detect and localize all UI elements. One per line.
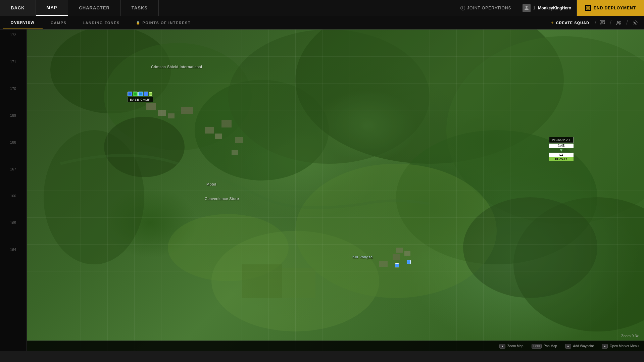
svg-point-8 [619, 21, 621, 22]
divider-2: / [610, 19, 611, 26]
create-squad-button[interactable]: + CREATE SQUAD [546, 20, 595, 25]
pan-map-status: Hold Pan Map [532, 344, 557, 349]
map-container[interactable]: 172 171 170 189 188 167 166 165 164 [0, 30, 644, 351]
deployment-icon [585, 5, 591, 11]
svg-point-0 [526, 6, 528, 8]
tab-landing-zones[interactable]: LANDING ZONES [75, 16, 128, 29]
squad-marker-1 [395, 263, 399, 267]
pan-key: Hold [532, 344, 542, 349]
crimson-shield-label: Crimson Shield International [151, 65, 202, 69]
coord-172: 172 [0, 33, 26, 37]
marker-key: ● [602, 344, 607, 349]
lz-badge: LZ [549, 153, 574, 157]
back-button[interactable]: BACK [0, 0, 36, 16]
chav-badge: CHAV.E1 [549, 157, 574, 161]
camp-icons [128, 92, 153, 96]
pickup-at-label: PICKUP AT [549, 137, 574, 143]
sub-navigation: OVERVIEW CAMPS LANDING ZONES 🔒 POINTS OF… [0, 16, 644, 30]
sub-nav-icons: / / [596, 17, 641, 29]
coord-164: 164 [0, 248, 26, 252]
waypoint-status: ● Add Waypoint [565, 344, 594, 349]
chat-button[interactable] [596, 17, 608, 29]
joint-ops-label: JOINT OPERATIONS [467, 6, 511, 10]
svg-point-7 [617, 21, 619, 22]
pickup-time: 1:43 [549, 144, 574, 148]
marker-menu-status: ● Open Marker Menu [602, 344, 639, 349]
coordinate-left: 172 171 170 189 188 167 166 165 164 [0, 30, 27, 351]
marker-menu-label: Open Marker Menu [610, 344, 639, 348]
zoom-map-label: Zoom Map [507, 344, 524, 348]
kiu-vongsa-label: Kiu Vongsa [352, 255, 373, 259]
coord-189: 189 [0, 113, 26, 117]
pickup-arrow-icon: ▼ [549, 148, 574, 152]
zoom-map-status: ● Zoom Map [499, 344, 523, 349]
settings-button[interactable] [629, 17, 641, 29]
waypoint-label: Add Waypoint [573, 344, 594, 348]
coord-167: 167 [0, 167, 26, 171]
divider-3: / [626, 19, 628, 26]
zoom-key: ● [499, 344, 505, 349]
coord-171: 171 [0, 60, 26, 64]
base-camp-label: BASE CAMP [128, 97, 153, 102]
svg-rect-4 [600, 20, 605, 24]
lock-icon: 🔒 [136, 21, 141, 24]
end-deployment-label: END DEPLOYMENT [594, 6, 636, 10]
player-avatar [523, 4, 531, 12]
create-squad-label: CREATE SQUAD [556, 21, 589, 25]
group-button[interactable] [613, 17, 625, 29]
top-navigation: BACK MAP CHARACTER TASKS i JOINT OPERATI… [0, 0, 644, 16]
map-button[interactable]: MAP [36, 0, 68, 16]
zoom-level: Zoom 9.3x [621, 334, 639, 338]
plus-icon: + [551, 20, 554, 25]
coord-170: 170 [0, 87, 26, 91]
pickup-marker[interactable]: PICKUP AT 1:43 ▼ LZ CHAV.E1 [549, 137, 574, 161]
coord-165: 165 [0, 221, 26, 225]
info-icon: i [460, 6, 465, 10]
coord-166: 166 [0, 194, 26, 198]
tasks-button[interactable]: TASKS [121, 0, 159, 16]
end-deployment-button[interactable]: END DEPLOYMENT [577, 0, 644, 16]
nav-spacer [159, 0, 455, 16]
player-info: 1 MonkeyKingHero [517, 0, 577, 16]
joint-operations[interactable]: i JOINT OPERATIONS [455, 0, 517, 16]
character-button[interactable]: CHARACTER [68, 0, 120, 16]
coord-188: 188 [0, 140, 26, 144]
waypoint-key: ● [565, 344, 571, 349]
motel-label: Motel [206, 182, 216, 186]
tab-points-of-interest[interactable]: 🔒 POINTS OF INTEREST [128, 16, 199, 29]
status-bar: ● Zoom Map Hold Pan Map ● Add Waypoint ●… [27, 341, 644, 351]
squad-marker-2 [407, 260, 411, 264]
pan-map-label: Pan Map [544, 344, 557, 348]
svg-point-9 [635, 22, 636, 23]
convenience-store-label: Convenience Store [205, 197, 239, 201]
base-camp-marker[interactable]: BASE CAMP [128, 92, 153, 102]
player-count: 1 [533, 6, 536, 10]
player-name: MonkeyKingHero [538, 6, 571, 10]
tab-overview[interactable]: OVERVIEW [3, 16, 43, 29]
tab-camps[interactable]: CAMPS [43, 16, 75, 29]
map-grid [27, 30, 644, 351]
